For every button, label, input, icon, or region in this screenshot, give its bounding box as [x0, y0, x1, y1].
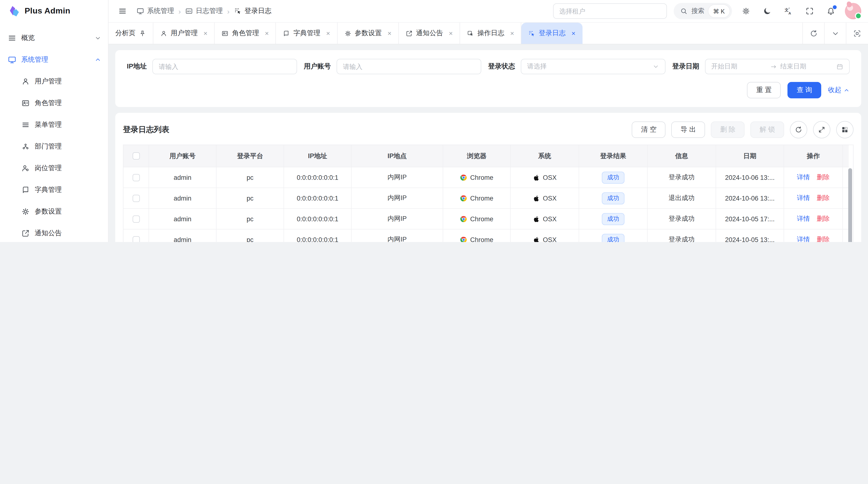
sidebar-item-system-mgmt[interactable]: 系统管理	[0, 49, 108, 70]
global-search-button[interactable]: 搜索 ⌘ K	[674, 3, 732, 19]
table-expand-button[interactable]	[813, 121, 830, 138]
refresh-icon	[810, 29, 818, 37]
hand-click-icon	[467, 30, 474, 37]
app-logo[interactable]: Plus Admin	[0, 0, 108, 22]
dark-mode-button[interactable]	[760, 4, 774, 18]
detail-link[interactable]: 详情	[797, 173, 810, 182]
login-log-panel: 登录日志列表 清 空 导 出 删 除 解 锁 用户账号	[115, 113, 861, 242]
filter-actions: 重 置 查 询 收起	[127, 82, 850, 98]
table-scrollbar-thumb[interactable]	[848, 168, 852, 242]
breadcrumb-item-log-mgmt[interactable]: 日志管理	[185, 7, 223, 15]
id-card-icon	[221, 30, 228, 37]
user-avatar[interactable]	[845, 3, 861, 19]
scroll-gutter-cell	[843, 229, 849, 242]
close-icon[interactable]	[265, 29, 269, 37]
row-checkbox[interactable]	[132, 236, 140, 242]
delete-link[interactable]: 删除	[817, 235, 830, 242]
notifications-button[interactable]	[824, 4, 838, 18]
status-label: 登录状态	[488, 62, 515, 71]
chrome-icon	[460, 215, 467, 223]
reset-button[interactable]: 重 置	[747, 82, 781, 98]
sidebar-item-post-mgmt[interactable]: 岗位管理	[0, 157, 108, 179]
unlock-button[interactable]: 解 锁	[750, 122, 784, 138]
tab-param-settings[interactable]: 参数设置	[337, 23, 399, 44]
topbar: 系统管理 日志管理 登录日志 搜索 ⌘ K	[108, 0, 868, 22]
book-icon	[21, 185, 30, 194]
export-button[interactable]: 导 出	[672, 122, 705, 138]
detail-link[interactable]: 详情	[797, 215, 810, 223]
settings-button[interactable]	[739, 4, 753, 18]
login-date-range-picker[interactable]: 开始日期 结束日期	[705, 59, 850, 74]
tenant-select-input[interactable]	[553, 3, 667, 19]
tab-login-log[interactable]: 登录日志	[521, 23, 583, 44]
result-cell: 成功	[579, 188, 648, 209]
sidebar-item-notice[interactable]: 通知公告	[0, 222, 108, 242]
delete-link[interactable]: 删除	[817, 215, 830, 223]
login-status-select[interactable]: 请选择	[521, 59, 665, 74]
sidebar-item-menu-mgmt[interactable]: 菜单管理	[0, 114, 108, 135]
date-cell: 2024-10-05 17:...	[716, 209, 784, 229]
date-start-placeholder: 开始日期	[711, 62, 767, 71]
search-icon	[680, 7, 687, 15]
close-icon[interactable]	[388, 29, 391, 37]
tab-operation-log[interactable]: 操作日志	[460, 23, 521, 44]
account-input[interactable]	[337, 59, 481, 74]
delete-button[interactable]: 删 除	[711, 122, 745, 138]
tab-notice[interactable]: 通知公告	[399, 23, 460, 44]
fullscreen-button[interactable]	[802, 4, 817, 18]
delete-link[interactable]: 删除	[817, 194, 830, 202]
col-ops: 操作	[784, 145, 843, 167]
row-checkbox[interactable]	[132, 195, 140, 202]
table-refresh-button[interactable]	[790, 121, 807, 138]
platform-cell: pc	[217, 209, 284, 229]
calendar-icon	[836, 63, 843, 70]
col-scroll-gutter	[843, 145, 849, 167]
query-button[interactable]: 查 询	[787, 82, 821, 98]
row-checkbox[interactable]	[132, 215, 140, 223]
sidebar-item-role-mgmt[interactable]: 角色管理	[0, 92, 108, 114]
ip-input[interactable]	[152, 59, 297, 74]
row-checkbox[interactable]	[132, 174, 140, 181]
content-area: IP地址 用户账号 登录状态 请选择	[108, 44, 868, 242]
sidebar-item-dept-mgmt[interactable]: 部门管理	[0, 135, 108, 157]
close-icon[interactable]	[571, 29, 575, 37]
col-location: IP地点	[351, 145, 443, 167]
tabs-refresh-button[interactable]	[802, 23, 825, 44]
ip-label: IP地址	[127, 62, 147, 71]
close-icon[interactable]	[510, 29, 514, 37]
sidebar-item-overview[interactable]: 概览	[0, 27, 108, 49]
sidebar-toggle-button[interactable]	[115, 4, 130, 18]
tab-dict-mgmt[interactable]: 字典管理	[276, 23, 337, 44]
detail-link[interactable]: 详情	[797, 194, 810, 202]
filter-date-group: 登录日期 开始日期 结束日期	[672, 59, 850, 74]
sidebar-item-param-settings[interactable]: 参数设置	[0, 200, 108, 222]
translate-icon	[784, 7, 793, 15]
detail-link[interactable]: 详情	[797, 235, 810, 242]
expand-arrows-icon	[818, 126, 826, 133]
table-row: admin pc 0:0:0:0:0:0:0:1 内网IP Chrome	[123, 229, 853, 242]
row-select-cell	[123, 167, 149, 188]
clear-button[interactable]: 清 空	[632, 122, 666, 138]
book-icon	[283, 30, 290, 37]
close-icon[interactable]	[449, 29, 453, 37]
tabs-menu-button[interactable]	[824, 23, 846, 44]
close-icon[interactable]	[204, 29, 207, 37]
ops-cell: 详情 删除	[784, 229, 843, 242]
tab-analysis[interactable]: 分析页	[108, 23, 153, 44]
breadcrumb-item-login-log[interactable]: 登录日志	[234, 7, 272, 15]
collapse-filter-link[interactable]: 收起	[828, 86, 850, 95]
breadcrumb-item-system-mgmt[interactable]: 系统管理	[136, 7, 174, 15]
tab-role-mgmt[interactable]: 角色管理	[215, 23, 276, 44]
delete-link[interactable]: 删除	[817, 173, 830, 182]
sidebar-item-dict-mgmt[interactable]: 字典管理	[0, 179, 108, 200]
sidebar-item-user-mgmt[interactable]: 用户管理	[0, 70, 108, 92]
tab-user-mgmt[interactable]: 用户管理	[153, 23, 215, 44]
close-icon[interactable]	[326, 29, 330, 37]
content-fullscreen-button[interactable]	[846, 23, 868, 44]
share-box-icon	[406, 30, 413, 37]
column-settings-button[interactable]	[836, 121, 854, 138]
language-button[interactable]	[781, 4, 796, 18]
pin-icon[interactable]	[139, 30, 146, 37]
col-result: 登录结果	[579, 145, 648, 167]
select-all-checkbox[interactable]	[132, 152, 140, 160]
